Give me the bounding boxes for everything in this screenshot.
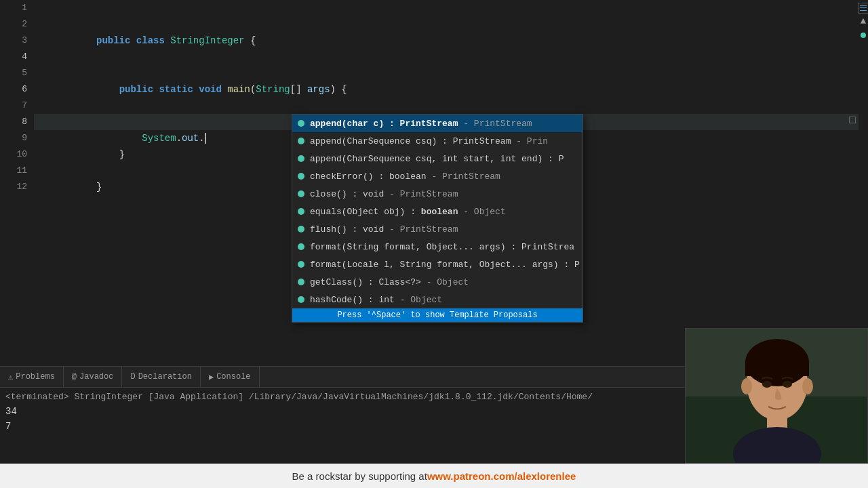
scroll-up-icon[interactable]: ▲	[861, 16, 866, 26]
method-icon-9	[298, 279, 304, 285]
code-line-5	[34, 65, 859, 81]
code-line-2: public class StringInteger {	[34, 16, 859, 33]
code-line-1	[34, 0, 859, 16]
banner-text: Be a rockstar by supporting at	[292, 470, 427, 482]
autocomplete-item-2[interactable]: append(CharSequence csq, int start, int …	[292, 150, 583, 167]
autocomplete-text-0: append(char c) : PrintStream - PrintStre…	[310, 119, 532, 129]
autocomplete-item-7[interactable]: format(String format, Object... args) : …	[292, 238, 583, 256]
autocomplete-item-9[interactable]: getClass() : Class<?> - Object	[292, 273, 583, 291]
svg-point-6	[802, 378, 813, 394]
autocomplete-text-4: close() : void - PrintStream	[310, 189, 458, 199]
code-editor[interactable]: public class StringInteger { public stat…	[34, 0, 859, 366]
autocomplete-item-6[interactable]: flush() : void - PrintStream	[292, 220, 583, 238]
svg-point-9	[762, 381, 772, 388]
line-num-8: 8	[0, 114, 27, 130]
line-num-5: 5	[0, 65, 27, 81]
person-silhouette	[686, 329, 868, 464]
webcam-overlay	[685, 328, 868, 464]
autocomplete-text-7: format(String format, Object... args) : …	[310, 242, 574, 252]
minimap-icon[interactable]	[858, 3, 868, 14]
autocomplete-item-3[interactable]: checkError() : boolean - PrintStream	[292, 167, 583, 185]
method-icon-8	[298, 261, 304, 268]
tab-problems[interactable]: ⚠ Problems	[0, 367, 64, 387]
line-num-2: 2	[0, 16, 27, 33]
method-icon-10	[298, 296, 304, 303]
line-num-12: 12	[0, 179, 27, 195]
autocomplete-text-5: equals(Object obj) : boolean - Object	[310, 207, 506, 217]
svg-point-10	[783, 381, 792, 388]
autocomplete-item-0[interactable]: append(char c) : PrintStream - PrintStre…	[292, 115, 583, 132]
debug-indicator	[859, 31, 867, 39]
autocomplete-text-1: append(CharSequence csq) : PrintStream -…	[310, 136, 548, 146]
line-num-9: 9	[0, 130, 27, 146]
method-icon-0	[298, 120, 304, 127]
banner-link[interactable]: www.patreon.com/alexlorenlee	[427, 470, 576, 482]
autocomplete-dropdown[interactable]: append(char c) : PrintStream - PrintStre…	[292, 114, 583, 323]
autocomplete-item-5[interactable]: equals(Object obj) : boolean - Object	[292, 203, 583, 220]
autocomplete-hint: Press '^Space' to show Template Proposal…	[292, 308, 583, 322]
line-num-11: 11	[0, 163, 27, 179]
autocomplete-item-4[interactable]: close() : void - PrintStream	[292, 185, 583, 203]
autocomplete-item-8[interactable]: format(Locale l, String format, Object..…	[292, 256, 583, 273]
code-line-6: ! int n = 8;	[34, 81, 859, 98]
webcam-video	[686, 329, 867, 463]
javadoc-icon: @	[72, 372, 77, 382]
declaration-icon: D	[130, 372, 135, 382]
tab-console-label: Console	[216, 372, 250, 382]
console-icon: ▶	[209, 372, 214, 382]
line-num-6: 6	[0, 81, 27, 98]
line-num-7: 7	[0, 98, 27, 114]
editor-container: 1 2 3 4 5 6 7 8 9 10 11 12 public class …	[0, 0, 868, 366]
method-icon-3	[298, 173, 304, 180]
method-icon-7	[298, 243, 304, 250]
line-num-10: 10	[0, 146, 27, 163]
svg-rect-4	[745, 363, 809, 376]
tab-declaration[interactable]: D Declaration	[122, 367, 200, 387]
tab-javadoc-label: Javadoc	[79, 372, 113, 382]
line-num-1: 1	[0, 0, 27, 16]
problems-icon: ⚠	[8, 372, 13, 382]
autocomplete-text-9: getClass() : Class<?> - Object	[310, 277, 469, 287]
bottom-banner: Be a rockstar by supporting at www.patre…	[0, 464, 868, 488]
autocomplete-item-1[interactable]: append(CharSequence csq) : PrintStream -…	[292, 132, 583, 150]
line-numbers-gutter: 1 2 3 4 5 6 7 8 9 10 11 12	[0, 0, 34, 366]
tab-console[interactable]: ▶ Console	[201, 367, 260, 387]
autocomplete-text-10: hashCode() : int - Object	[310, 295, 442, 305]
line-num-3: 3	[0, 33, 27, 49]
code-line-7	[34, 98, 859, 114]
method-icon-5	[298, 208, 304, 215]
autocomplete-text-2: append(CharSequence csq, int start, int …	[310, 154, 564, 164]
scrollbar-area: ▲	[859, 0, 868, 366]
method-icon-2	[298, 155, 304, 162]
tab-declaration-label: Declaration	[138, 372, 192, 382]
code-line-4: public static void main(String[] args) {	[34, 49, 859, 65]
method-icon-6	[298, 226, 304, 232]
line-num-4: 4	[0, 49, 27, 65]
autocomplete-text-6: flush() : void - PrintStream	[310, 224, 458, 235]
autocomplete-text-3: checkError() : boolean - PrintStream	[310, 171, 500, 182]
tab-javadoc[interactable]: @ Javadoc	[64, 367, 123, 387]
tab-problems-label: Problems	[16, 372, 55, 382]
autocomplete-text-8: format(Locale l, String format, Object..…	[310, 260, 580, 270]
method-icon-1	[298, 138, 304, 144]
method-icon-4	[298, 190, 304, 197]
svg-point-5	[741, 378, 752, 394]
autocomplete-item-10[interactable]: hashCode() : int - Object	[292, 291, 583, 308]
